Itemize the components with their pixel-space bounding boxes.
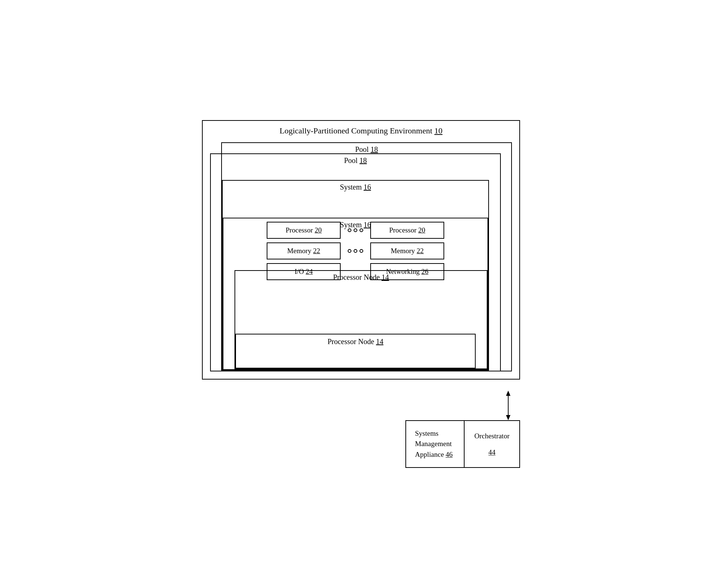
system-outer-label: System <box>340 183 362 191</box>
io-box: I/O 24 <box>267 263 341 280</box>
pool-outer-ref: 18 <box>371 145 378 153</box>
dot-3 <box>360 228 363 232</box>
arrow-container <box>504 391 513 420</box>
memory-left-ref: 22 <box>313 247 320 255</box>
pool-inner-label: Pool <box>344 156 358 164</box>
processor-left-box: Processor 20 <box>267 222 341 239</box>
lp-env-title: Logically-Partitioned Computing Environm… <box>210 125 512 137</box>
diagram-wrapper: Logically-Partitioned Computing Environm… <box>195 120 527 468</box>
processor-row: Processor 20 Processor 20 <box>214 222 497 239</box>
dot-4 <box>348 249 351 253</box>
arrow-line <box>508 396 509 415</box>
nested-stack: Pool 18 Pool 18 System 16 System 16 <box>210 142 512 371</box>
memory-right-ref: 22 <box>417 247 424 255</box>
sma-box: SystemsManagementAppliance 46 <box>405 420 465 468</box>
bottom-boxes-container: SystemsManagementAppliance 46 Orchestrat… <box>405 420 520 468</box>
memory-left-box: Memory 22 <box>267 242 341 259</box>
memory-left-label: Memory <box>287 247 311 255</box>
orchestrator-ref: 44 <box>473 448 510 456</box>
lp-env-box: Logically-Partitioned Computing Environm… <box>202 120 520 380</box>
system-outer-title: System 16 <box>223 181 488 194</box>
pool-inner-ref: 18 <box>360 156 367 164</box>
memory-right-label: Memory <box>391 247 415 255</box>
io-networking-row: I/O 24 Networking 26 <box>214 263 497 280</box>
processor-dots <box>341 228 370 232</box>
memory-dots <box>341 249 370 253</box>
orchestrator-label: Orchestrator <box>473 432 510 440</box>
dot-1 <box>348 228 351 232</box>
networking-label: Networking <box>386 268 420 275</box>
processor-right-box: Processor 20 <box>370 222 444 239</box>
dot-6 <box>360 249 363 253</box>
io-ref: 24 <box>306 268 313 275</box>
networking-ref: 26 <box>421 268 428 275</box>
io-label: I/O <box>294 268 304 275</box>
dot-5 <box>354 249 357 253</box>
sma-ref: 46 <box>446 451 453 458</box>
arrow-up-head <box>506 391 510 396</box>
components-grid: Processor 20 Processor 20 Memory 22 <box>214 222 497 368</box>
system-outer-ref: 16 <box>364 183 371 191</box>
lp-env-ref-num: 10 <box>434 126 442 135</box>
bidirectional-arrow <box>504 391 513 420</box>
memory-right-box: Memory 22 <box>370 242 444 259</box>
pool-outer-label: Pool <box>355 145 369 153</box>
orchestrator-box: Orchestrator44 <box>465 420 520 468</box>
bottom-container: SystemsManagementAppliance 46 Orchestrat… <box>195 391 527 468</box>
memory-row: Memory 22 Memory 22 <box>214 242 497 259</box>
lp-env-label: Logically-Partitioned Computing Environm… <box>280 126 432 135</box>
processor-right-ref: 20 <box>418 226 425 234</box>
dot-2 <box>354 228 357 232</box>
arrow-down-head <box>506 415 510 420</box>
processor-left-ref: 20 <box>315 226 322 234</box>
pool-inner-title: Pool 18 <box>211 154 500 167</box>
processor-right-label: Processor <box>389 226 416 234</box>
processor-left-label: Processor <box>286 226 313 234</box>
networking-box: Networking 26 <box>370 263 444 280</box>
